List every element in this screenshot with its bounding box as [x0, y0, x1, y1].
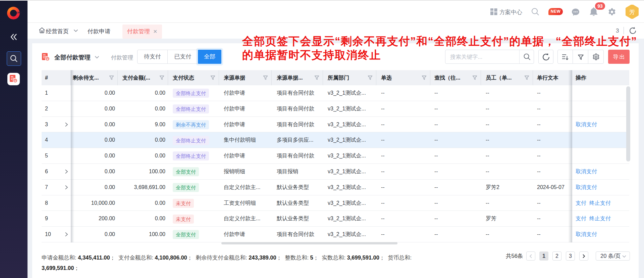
- svg-text:¥: ¥: [46, 57, 49, 61]
- svg-text:芳: 芳: [629, 9, 635, 15]
- svg-text:¥: ¥: [14, 79, 16, 83]
